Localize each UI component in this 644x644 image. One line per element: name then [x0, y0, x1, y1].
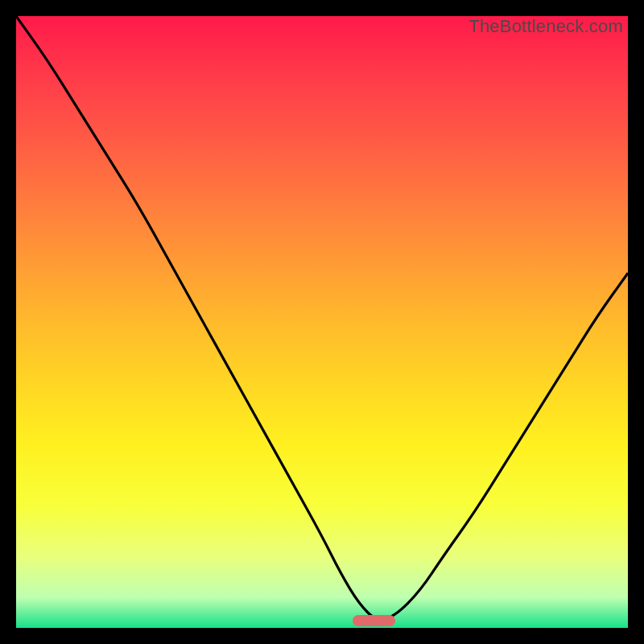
plot-area: TheBottleneck.com — [16, 16, 628, 628]
curve-layer — [16, 16, 628, 628]
minimum-marker — [353, 615, 395, 626]
bottleneck-curve — [16, 16, 628, 620]
chart-frame: TheBottleneck.com — [0, 0, 644, 644]
watermark-text: TheBottleneck.com — [469, 16, 623, 37]
